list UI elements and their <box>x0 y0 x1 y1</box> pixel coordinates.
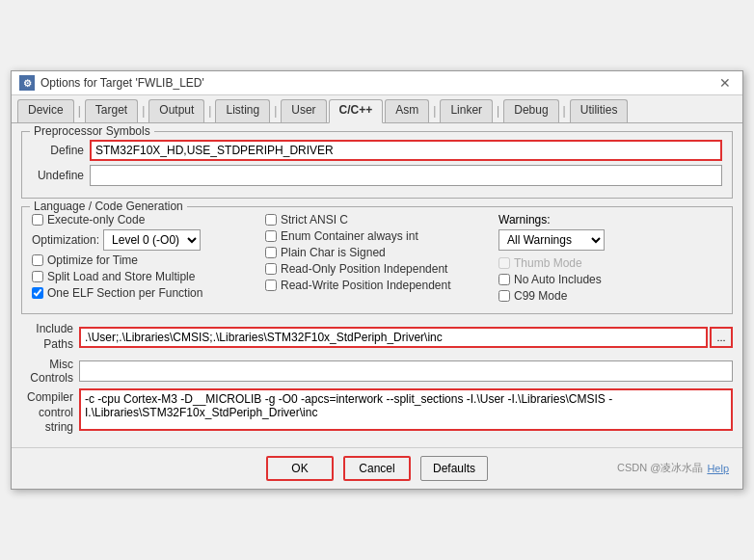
misc-controls-row: MiscControls <box>21 358 733 385</box>
lang-col-right: Warnings: All Warnings No Warnings MISRA… <box>498 213 722 306</box>
one-elf-label: One ELF Section per Function <box>47 286 202 300</box>
compiler-control-textarea[interactable]: -c -cpu Cortex-M3 -D__MICROLIB -g -O0 -a… <box>79 388 733 431</box>
split-load-label: Split Load and Store Multiple <box>47 270 195 283</box>
define-row: Define <box>32 140 722 161</box>
bottom-bar: OK Cancel Defaults CSDN @凌冰水晶 Help <box>12 447 742 489</box>
undefine-row: Undefine <box>32 165 722 186</box>
optimize-time-row: Optimize for Time <box>32 253 256 267</box>
tab-asm[interactable]: Asm <box>385 99 429 122</box>
cancel-button[interactable]: Cancel <box>343 456 411 481</box>
window-title: Options for Target 'FWLIB_LED' <box>40 76 204 90</box>
readwrite-pos-row: Read-Write Position Independent <box>265 279 489 292</box>
lang-col-left: Execute-only Code Optimization: Level 0 … <box>32 213 256 306</box>
optimization-row: Optimization: Level 0 (-O0) Level 1 (-O1… <box>32 229 256 251</box>
tab-listing[interactable]: Listing <box>215 99 270 122</box>
ok-button[interactable]: OK <box>266 456 334 481</box>
enum-container-checkbox[interactable] <box>265 230 277 242</box>
preprocessor-group-title: Preprocessor Symbols <box>30 124 154 138</box>
app-icon: ⚙ <box>19 75 35 91</box>
lang-col-middle: Strict ANSI C Enum Container always int … <box>265 213 489 306</box>
enum-container-row: Enum Container always int <box>265 229 489 243</box>
tab-utilities[interactable]: Utilities <box>570 99 629 122</box>
tab-target[interactable]: Target <box>85 99 138 122</box>
tab-output[interactable]: Output <box>148 99 204 122</box>
readonly-pos-label: Read-Only Position Independent <box>281 262 447 276</box>
include-paths-input[interactable] <box>79 327 708 348</box>
main-window: ⚙ Options for Target 'FWLIB_LED' ✕ Devic… <box>11 70 743 490</box>
watermark: CSDN @凌冰水晶 Help <box>617 461 729 475</box>
c99-mode-checkbox[interactable] <box>498 290 510 302</box>
one-elf-row: One ELF Section per Function <box>32 286 256 300</box>
lang-columns: Execute-only Code Optimization: Level 0 … <box>32 213 722 306</box>
tab-linker[interactable]: Linker <box>440 99 493 122</box>
c99-mode-label: C99 Mode <box>514 289 567 303</box>
readwrite-pos-label: Read-Write Position Independent <box>281 279 451 292</box>
compiler-control-label: Compilercontrolstring <box>21 388 79 436</box>
include-paths-row: IncludePaths ... <box>21 322 733 352</box>
thumb-mode-row: Thumb Mode <box>498 256 722 270</box>
close-button[interactable]: ✕ <box>715 75 735 91</box>
warnings-select[interactable]: All Warnings No Warnings MISRA <box>498 229 605 251</box>
undefine-label: Undefine <box>32 169 90 182</box>
plain-char-checkbox[interactable] <box>265 247 277 258</box>
misc-controls-label: MiscControls <box>21 358 79 385</box>
defaults-button[interactable]: Defaults <box>420 456 488 481</box>
plain-char-label: Plain Char is Signed <box>281 246 386 259</box>
preprocessor-group: Preprocessor Symbols Define Undefine <box>21 131 733 199</box>
split-load-checkbox[interactable] <box>32 271 43 282</box>
optimization-label: Optimization: <box>32 233 99 247</box>
strict-ansi-row: Strict ANSI C <box>265 213 489 227</box>
split-load-row: Split Load and Store Multiple <box>32 270 256 283</box>
enum-container-label: Enum Container always int <box>281 229 418 243</box>
readwrite-pos-checkbox[interactable] <box>265 280 277 291</box>
optimize-time-checkbox[interactable] <box>32 254 43 266</box>
compiler-control-row: Compilercontrolstring -c -cpu Cortex-M3 … <box>21 388 733 436</box>
button-group: OK Cancel Defaults <box>266 456 488 481</box>
main-content: Preprocessor Symbols Define Undefine Lan… <box>12 123 742 447</box>
undefine-input[interactable] <box>90 165 722 186</box>
execute-only-checkbox[interactable] <box>32 214 43 226</box>
strict-ansi-label: Strict ANSI C <box>281 213 348 227</box>
browse-button[interactable]: ... <box>710 327 733 348</box>
warnings-label: Warnings: <box>498 213 551 227</box>
titlebar-left: ⚙ Options for Target 'FWLIB_LED' <box>19 75 204 91</box>
misc-controls-input[interactable] <box>79 360 733 382</box>
thumb-mode-checkbox[interactable] <box>498 257 510 269</box>
optimization-select[interactable]: Level 0 (-O0) Level 1 (-O1) Level 2 (-O2… <box>103 229 201 251</box>
one-elf-checkbox[interactable] <box>32 287 43 299</box>
execute-only-row: Execute-only Code <box>32 213 256 227</box>
execute-only-label: Execute-only Code <box>47 213 145 227</box>
c99-mode-row: C99 Mode <box>498 289 722 303</box>
language-group: Language / Code Generation Execute-only … <box>21 206 733 314</box>
thumb-mode-label: Thumb Mode <box>514 256 582 270</box>
define-label: Define <box>32 144 90 157</box>
readonly-pos-row: Read-Only Position Independent <box>265 262 489 276</box>
no-auto-includes-label: No Auto Includes <box>514 273 602 286</box>
watermark-text: CSDN @凌冰水晶 <box>617 461 703 475</box>
include-paths-label: IncludePaths <box>21 322 79 352</box>
help-link[interactable]: Help <box>707 463 729 474</box>
language-group-title: Language / Code Generation <box>30 200 187 213</box>
tab-cpp[interactable]: C/C++ <box>329 99 384 123</box>
plain-char-row: Plain Char is Signed <box>265 246 489 259</box>
optimize-time-label: Optimize for Time <box>47 253 138 267</box>
tab-device[interactable]: Device <box>17 99 74 122</box>
no-auto-includes-row: No Auto Includes <box>498 273 722 286</box>
strict-ansi-checkbox[interactable] <box>265 214 277 226</box>
tab-user[interactable]: User <box>281 99 326 122</box>
titlebar: ⚙ Options for Target 'FWLIB_LED' ✕ <box>12 71 742 95</box>
readonly-pos-checkbox[interactable] <box>265 263 277 275</box>
tab-debug[interactable]: Debug <box>503 99 558 122</box>
tab-bar: Device | Target | Output | Listing | Use… <box>12 95 742 123</box>
no-auto-includes-checkbox[interactable] <box>498 274 510 285</box>
define-input[interactable] <box>90 140 722 161</box>
